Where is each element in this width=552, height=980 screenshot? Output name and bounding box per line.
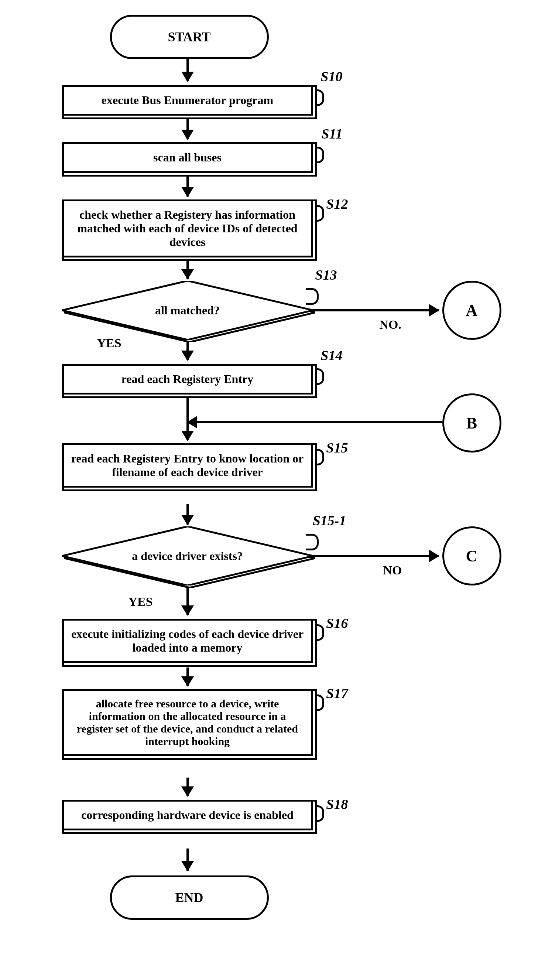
end-terminator: END (110, 875, 269, 920)
arrow (186, 176, 189, 197)
step-text: scan all buses (153, 151, 222, 164)
label-s15-1: S15-1 (313, 512, 346, 528)
label-s14: S14 (320, 347, 342, 363)
arrow (186, 261, 189, 279)
arrow (186, 504, 189, 525)
step-s10: execute Bus Enumerator program (62, 85, 313, 116)
step-s17: allocate free resource to a device, writ… (62, 689, 313, 756)
decision-s13: all matched? (62, 281, 313, 340)
arrow (186, 848, 189, 871)
step-text: check whether a Registery has informatio… (77, 208, 297, 248)
label-s16: S16 (326, 615, 348, 631)
arrow (187, 421, 443, 423)
step-s18: corresponding hardware device is enabled (62, 800, 313, 830)
end-label: END (175, 890, 203, 905)
flowchart: START execute Bus Enumerator program S10… (18, 15, 535, 938)
connector-label: C (466, 547, 478, 566)
decision-text: all matched? (155, 304, 220, 317)
label-s17: S17 (326, 685, 348, 702)
edge-no: NO. (379, 318, 402, 332)
label-s10: S10 (320, 68, 342, 84)
arrow (186, 778, 189, 796)
label-s15: S15 (326, 439, 348, 456)
step-text: read each Registery Entry (122, 372, 254, 386)
step-text: allocate free resource to a device, writ… (77, 697, 298, 747)
arrow (186, 119, 189, 139)
step-text: read each Registery Entry to know locati… (71, 452, 304, 479)
step-s15: read each Registery Entry to know locati… (62, 443, 313, 488)
label-s12: S12 (326, 196, 348, 212)
decision-text: a device driver exists? (132, 549, 243, 563)
step-s16: execute initializing codes of each devic… (62, 619, 313, 663)
step-s12: check whether a Registery has informatio… (62, 199, 313, 258)
arrow (186, 59, 189, 81)
arrow (313, 555, 439, 557)
step-s14: read each Registery Entry (62, 364, 313, 395)
label-s11: S11 (321, 126, 342, 142)
edge-yes: YES (128, 595, 153, 609)
connector-label: A (466, 301, 478, 320)
edge-no: NO (383, 563, 402, 578)
connector-label: B (466, 414, 477, 433)
step-text: corresponding hardware device is enabled (81, 808, 293, 821)
connector-c: C (443, 527, 501, 585)
start-label: START (168, 29, 211, 45)
connector-a: A (443, 281, 501, 340)
arrow (186, 585, 189, 615)
start-terminator: START (110, 15, 269, 59)
arrow (313, 309, 439, 312)
step-s11: scan all buses (62, 142, 313, 173)
label-s18: S18 (326, 796, 348, 812)
connector-b: B (443, 393, 501, 452)
arrow (186, 668, 189, 686)
step-text: execute Bus Enumerator program (102, 94, 273, 107)
decision-s15-1: a device driver exists? (62, 527, 313, 585)
label-s13: S13 (315, 267, 337, 283)
step-text: execute initializing codes of each devic… (71, 627, 303, 654)
arrow (186, 340, 189, 360)
